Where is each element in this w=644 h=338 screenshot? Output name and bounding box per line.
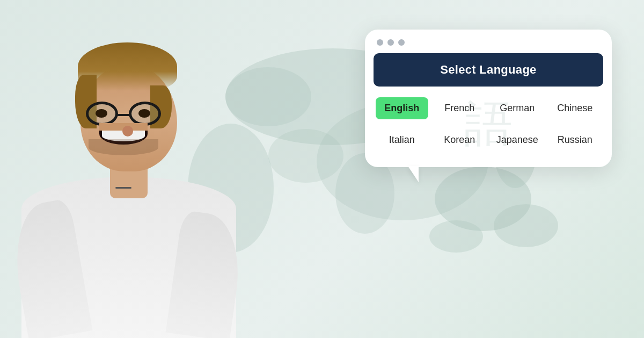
language-button-french[interactable]: French (434, 97, 486, 119)
svg-point-6 (268, 129, 343, 183)
window-controls (365, 30, 612, 53)
language-button-chinese[interactable]: Chinese (549, 97, 602, 119)
language-button-english[interactable]: English (376, 97, 428, 119)
svg-point-3 (494, 204, 558, 247)
language-button-japanese[interactable]: Japanese (491, 129, 544, 151)
language-grid: 語 English French German Chinese Italian … (365, 97, 612, 151)
card-header: Select Language (374, 53, 603, 87)
dot-2 (387, 39, 394, 46)
dot-1 (377, 39, 383, 46)
language-button-german[interactable]: German (491, 97, 544, 119)
language-button-korean[interactable]: Korean (434, 129, 486, 151)
select-language-title: Select Language (440, 63, 536, 76)
dot-3 (398, 39, 405, 46)
language-button-italian[interactable]: Italian (376, 129, 428, 151)
person-image (0, 16, 258, 338)
language-button-russian[interactable]: Russian (549, 129, 602, 151)
svg-point-4 (429, 220, 483, 253)
language-card: Select Language 語 English French German … (365, 30, 612, 167)
